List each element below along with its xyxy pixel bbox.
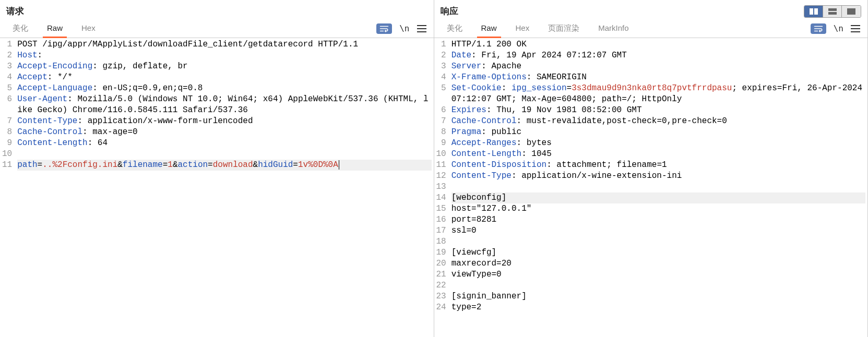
layout-single-button[interactable] bbox=[842, 6, 861, 17]
code-line[interactable]: Content-Type: application/x-wine-extensi… bbox=[451, 171, 865, 182]
code-line[interactable]: User-Agent: Mozilla/5.0 (Windows NT 10.0… bbox=[17, 94, 431, 116]
request-editor[interactable]: 1234567891011 POST /ipg/appr/MApplyList/… bbox=[0, 38, 434, 337]
request-tab-row: 美化RawHex \n bbox=[0, 19, 434, 38]
newline-toggle-icon[interactable]: \n bbox=[399, 23, 409, 33]
svg-rect-4 bbox=[847, 8, 855, 15]
line-number: 15 bbox=[436, 203, 446, 214]
code-line[interactable]: port=8281 bbox=[451, 214, 865, 225]
code-line[interactable]: Cache-Control: must-revalidate,post-chec… bbox=[451, 116, 865, 127]
code-line[interactable]: maxrecord=20 bbox=[451, 258, 865, 269]
response-editor[interactable]: 123456789101112131415161718192021222324 … bbox=[434, 38, 868, 337]
code-line[interactable]: Set-Cookie: ipg_session=3s3dmau9d9n3nka0… bbox=[451, 83, 865, 105]
response-gutter: 123456789101112131415161718192021222324 bbox=[434, 38, 449, 337]
code-line[interactable]: ssl=0 bbox=[451, 225, 865, 236]
line-number: 1 bbox=[2, 39, 12, 50]
tab-markinfo[interactable]: MarkInfo bbox=[590, 19, 637, 38]
line-number: 4 bbox=[436, 72, 446, 83]
code-line[interactable]: [signin_banner] bbox=[451, 291, 865, 302]
line-number: 6 bbox=[436, 105, 446, 116]
response-code[interactable]: HTTP/1.1 200 OKDate: Fri, 19 Apr 2024 07… bbox=[449, 38, 867, 337]
line-number: 3 bbox=[2, 61, 12, 72]
wrap-lines-icon[interactable] bbox=[376, 23, 392, 34]
tab-hex[interactable]: Hex bbox=[73, 19, 104, 38]
request-header: 请求 bbox=[0, 0, 434, 19]
line-number: 5 bbox=[2, 83, 12, 94]
code-line[interactable]: path=..%2Fconfig.ini&filename=1&action=d… bbox=[17, 160, 431, 171]
code-line[interactable]: HTTP/1.1 200 OK bbox=[451, 39, 865, 50]
request-code[interactable]: POST /ipg/appr/MApplyList/downloadFile_c… bbox=[15, 38, 433, 337]
tab-hex[interactable]: Hex bbox=[507, 19, 538, 38]
line-number: 1 bbox=[436, 39, 446, 50]
svg-rect-3 bbox=[828, 12, 837, 15]
line-number: 2 bbox=[2, 50, 12, 61]
code-line[interactable]: Cache-Control: max-age=0 bbox=[17, 127, 431, 138]
line-number: 11 bbox=[436, 160, 446, 171]
code-line[interactable]: Content-Length: 64 bbox=[17, 138, 431, 149]
code-line[interactable]: Expires: Thu, 19 Nov 1981 08:52:00 GMT bbox=[451, 105, 865, 116]
code-line[interactable] bbox=[451, 182, 865, 192]
code-line[interactable]: [webconfig] bbox=[451, 192, 865, 203]
request-title: 请求 bbox=[6, 3, 24, 19]
line-number: 5 bbox=[436, 83, 446, 105]
line-number: 3 bbox=[436, 61, 446, 72]
tab-raw[interactable]: Raw bbox=[473, 19, 505, 38]
request-tab-actions: \n bbox=[376, 23, 429, 34]
line-number: 16 bbox=[436, 214, 446, 225]
response-tabs: 美化RawHex页面渲染MarkInfo bbox=[438, 19, 637, 38]
tab-美化[interactable]: 美化 bbox=[438, 19, 471, 38]
line-number: 20 bbox=[436, 258, 446, 269]
response-header: 响应 bbox=[434, 0, 868, 19]
code-line[interactable]: Content-Length: 1045 bbox=[451, 149, 865, 160]
request-panel: 请求 美化RawHex \n 1234567891011 POST /ipg/a… bbox=[0, 0, 434, 337]
code-line[interactable]: Accept: */* bbox=[17, 72, 431, 83]
tab-raw[interactable]: Raw bbox=[39, 19, 71, 38]
code-line[interactable]: X-Frame-Options: SAMEORIGIN bbox=[451, 72, 865, 83]
response-panel: 响应 美化RawHex页面渲染MarkInfo \n 123456789101 bbox=[434, 0, 869, 337]
code-line[interactable]: POST /ipg/appr/MApplyList/downloadFile_c… bbox=[17, 39, 431, 50]
code-line[interactable] bbox=[451, 280, 865, 291]
line-number: 8 bbox=[436, 127, 446, 138]
code-line[interactable]: type=2 bbox=[451, 302, 865, 313]
menu-icon[interactable] bbox=[417, 25, 426, 32]
code-line[interactable]: Server: Apache bbox=[451, 61, 865, 72]
response-tab-row: 美化RawHex页面渲染MarkInfo \n bbox=[434, 19, 868, 38]
line-number: 18 bbox=[436, 236, 446, 247]
line-number: 7 bbox=[436, 116, 446, 127]
code-line[interactable]: Content-Type: application/x-www-form-url… bbox=[17, 116, 431, 127]
line-number: 19 bbox=[436, 247, 446, 258]
code-line[interactable] bbox=[17, 149, 431, 160]
svg-rect-2 bbox=[828, 8, 837, 11]
line-number: 23 bbox=[436, 291, 446, 302]
code-line[interactable]: Accept-Encoding: gzip, deflate, br bbox=[17, 61, 431, 72]
line-number: 10 bbox=[2, 149, 12, 160]
layout-toggle bbox=[804, 5, 861, 18]
tab-美化[interactable]: 美化 bbox=[4, 19, 37, 38]
menu-icon[interactable] bbox=[851, 25, 860, 32]
layout-vertical-button[interactable] bbox=[823, 6, 842, 17]
code-line[interactable]: host="127.0.0.1" bbox=[451, 203, 865, 214]
code-line[interactable]: viewType=0 bbox=[451, 269, 865, 280]
line-number: 12 bbox=[436, 171, 446, 182]
response-tab-actions: \n bbox=[811, 23, 863, 34]
svg-rect-1 bbox=[814, 8, 818, 15]
code-line[interactable] bbox=[451, 236, 865, 247]
line-number: 8 bbox=[2, 127, 12, 138]
code-line[interactable]: Accept-Ranges: bytes bbox=[451, 138, 865, 149]
tab-页面渲染[interactable]: 页面渲染 bbox=[540, 19, 588, 38]
code-line[interactable]: Host: bbox=[17, 50, 431, 61]
svg-rect-0 bbox=[810, 8, 813, 15]
request-tabs: 美化RawHex bbox=[4, 19, 104, 38]
code-line[interactable]: Content-Disposition: attachment; filenam… bbox=[451, 160, 865, 171]
newline-toggle-icon[interactable]: \n bbox=[834, 23, 843, 33]
line-number: 24 bbox=[436, 302, 446, 313]
code-line[interactable]: Accept-Language: en-US;q=0.9,en;q=0.8 bbox=[17, 83, 431, 94]
layout-horizontal-button[interactable] bbox=[804, 6, 823, 17]
line-number: 11 bbox=[2, 160, 12, 171]
wrap-lines-icon[interactable] bbox=[811, 23, 826, 34]
code-line[interactable]: Date: Fri, 19 Apr 2024 07:12:07 GMT bbox=[451, 50, 865, 61]
code-line[interactable]: [viewcfg] bbox=[451, 247, 865, 258]
line-number: 14 bbox=[436, 192, 446, 203]
code-line[interactable]: Pragma: public bbox=[451, 127, 865, 138]
line-number: 10 bbox=[436, 149, 446, 160]
line-number: 2 bbox=[436, 50, 446, 61]
